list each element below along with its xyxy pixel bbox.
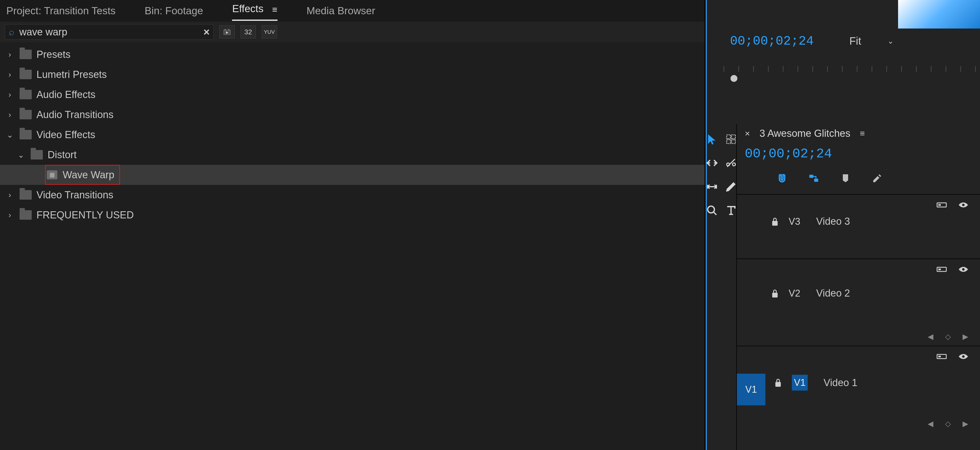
effects-search-input[interactable]: [19, 26, 204, 38]
track-name-v2: Video 2: [816, 288, 850, 299]
folder-icon: [19, 130, 32, 139]
track-target-v3[interactable]: V3: [789, 216, 800, 227]
track-visibility-toggle[interactable]: [958, 353, 968, 360]
track-v3[interactable]: V3 Video 3: [737, 194, 980, 258]
tree-audio-transitions[interactable]: › Audio Transitions: [0, 105, 705, 125]
timeline-settings-icon[interactable]: [872, 173, 883, 184]
effects-panel: Project: Transition Tests Bin: Footage E…: [0, 0, 706, 450]
ruler-tick: [886, 66, 887, 72]
chevron-right-icon: ›: [5, 50, 15, 59]
zoom-tool[interactable]: [706, 204, 718, 217]
folder-icon: [31, 150, 43, 160]
tree-label: Audio Effects: [37, 89, 95, 100]
track-select-tool[interactable]: [725, 133, 737, 145]
snap-icon[interactable]: [776, 173, 788, 184]
lock-icon[interactable]: [771, 217, 779, 226]
chevron-right-icon: ›: [5, 211, 15, 219]
track-visibility-toggle[interactable]: [958, 201, 968, 209]
program-monitor: 00;00;02;24 Fit ⌄: [707, 0, 980, 124]
app-root: Project: Transition Tests Bin: Footage E…: [0, 0, 980, 450]
tree-video-transitions[interactable]: › Video Transitions: [0, 185, 705, 205]
panel-menu-icon[interactable]: ≡: [272, 5, 277, 14]
playhead-handle[interactable]: [730, 75, 737, 82]
tab-effects[interactable]: Effects ≡: [232, 1, 277, 21]
track-v1[interactable]: V1 V1 Video 1 ◀ ◇: [737, 346, 980, 433]
ruler-tick: [738, 66, 739, 72]
folder-icon: [19, 90, 32, 99]
tab-media-browser[interactable]: Media Browser: [307, 3, 375, 19]
track-target-v1[interactable]: V1: [792, 375, 808, 391]
track-name-v3: Video 3: [816, 216, 850, 227]
timeline-timecode[interactable]: 00;00;02;24: [737, 146, 980, 162]
tree-lumetri-presets[interactable]: › Lumetri Presets: [0, 65, 705, 84]
sequence-name[interactable]: 3 Awesome Glitches: [760, 128, 851, 139]
effect-label: Wave Warp: [63, 169, 115, 181]
timeline-panel: × 3 Awesome Glitches ≡ 00;00;02;24: [737, 124, 980, 450]
close-sequence-icon[interactable]: ×: [745, 128, 750, 139]
track-v2[interactable]: V2 Video 2 ◀ ◇ ▶: [737, 258, 980, 346]
prev-keyframe-icon[interactable]: ◀: [928, 419, 934, 428]
ruler-tick: [753, 66, 754, 72]
panel-menu-icon[interactable]: ≡: [860, 128, 865, 138]
pen-tool[interactable]: [725, 181, 737, 193]
track-output-toggle[interactable]: [937, 353, 947, 360]
type-tool[interactable]: [725, 204, 737, 217]
chevron-right-icon: ›: [5, 70, 15, 79]
ripple-edit-tool[interactable]: [706, 157, 718, 169]
folder-icon: [19, 50, 32, 59]
slip-tool[interactable]: [706, 181, 718, 193]
tab-bin[interactable]: Bin: Footage: [145, 3, 203, 19]
tool-palette: [707, 124, 737, 450]
ruler-tick: [961, 66, 961, 72]
monitor-time-ruler[interactable]: [724, 66, 980, 79]
tree-label: Audio Transitions: [37, 109, 114, 120]
source-patch-v1[interactable]: V1: [737, 374, 765, 406]
insert-overwrite-icon[interactable]: [745, 173, 756, 184]
add-keyframe-icon[interactable]: ◇: [945, 332, 951, 341]
effects-tree: › Presets › Lumetri Presets › Audio Effe…: [0, 42, 705, 450]
tree-presets[interactable]: › Presets: [0, 44, 705, 65]
svg-rect-2: [225, 29, 226, 30]
add-keyframe-icon[interactable]: ◇: [945, 419, 951, 428]
tree-label: Video Transitions: [37, 189, 113, 201]
tree-video-effects[interactable]: ⌄ Video Effects: [0, 125, 705, 145]
track-output-toggle[interactable]: [937, 201, 947, 209]
lock-icon[interactable]: [771, 288, 779, 298]
tree-frequently-used[interactable]: › FREQUENTLY USED: [0, 205, 705, 225]
folder-icon: [19, 110, 32, 119]
32bit-filter[interactable]: 32: [240, 25, 256, 38]
lock-icon[interactable]: [774, 378, 782, 387]
track-visibility-toggle[interactable]: [958, 265, 968, 273]
folder-icon: [19, 210, 32, 220]
prev-keyframe-icon[interactable]: ◀: [928, 332, 934, 341]
timeline-options-row: [737, 170, 980, 186]
program-preview-fragment: [898, 0, 980, 29]
next-keyframe-icon[interactable]: ▶: [963, 332, 968, 341]
monitor-timecode[interactable]: 00;00;02;24: [730, 34, 814, 48]
clear-search-icon[interactable]: ×: [204, 26, 210, 38]
ruler-tick: [901, 66, 902, 72]
tree-distort[interactable]: ⌄ Distort: [0, 145, 705, 165]
next-keyframe-icon[interactable]: ▶: [963, 419, 968, 428]
track-output-toggle[interactable]: [937, 265, 947, 273]
svg-rect-8: [938, 204, 941, 206]
linked-selection-icon[interactable]: [808, 173, 819, 184]
razor-tool[interactable]: [725, 157, 737, 169]
selection-tool[interactable]: [706, 133, 718, 145]
tree-label: Distort: [48, 149, 76, 160]
folder-icon: [19, 190, 32, 200]
tree-label: FREQUENTLY USED: [37, 209, 134, 221]
ruler-tick: [783, 66, 783, 72]
chevron-down-icon: ⌄: [16, 150, 26, 160]
zoom-dropdown[interactable]: Fit ⌄: [845, 33, 897, 49]
tab-project[interactable]: Project: Transition Tests: [6, 3, 116, 19]
panel-tab-bar: Project: Transition Tests Bin: Footage E…: [0, 0, 705, 22]
effect-wave-warp[interactable]: ▦ Wave Warp: [0, 165, 705, 185]
track-target-v2[interactable]: V2: [789, 288, 800, 299]
add-marker-icon[interactable]: [840, 173, 851, 184]
tree-audio-effects[interactable]: › Audio Effects: [0, 84, 705, 105]
32bit-label: 32: [245, 28, 252, 36]
yuv-filter[interactable]: YUV: [262, 25, 277, 38]
chevron-right-icon: ›: [5, 90, 15, 99]
accelerated-effects-filter[interactable]: [220, 25, 235, 38]
